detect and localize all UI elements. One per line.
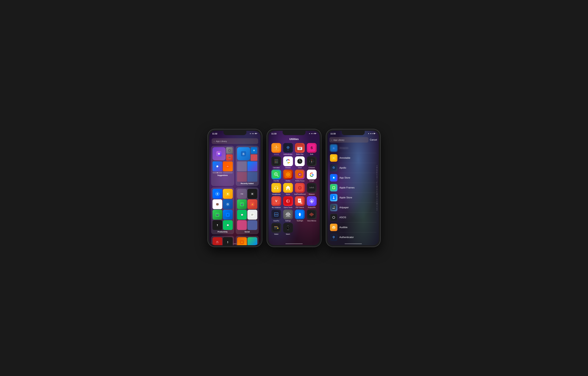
app-facetime2[interactable]: 📹 [237, 199, 247, 209]
alpha-g[interactable]: G [376, 175, 378, 177]
app-reddit-sm[interactable]: 📌 [251, 154, 257, 161]
util-app-clock[interactable]: Clock [294, 156, 305, 169]
util-icon-compass[interactable]: NSWE [307, 156, 317, 166]
util-app-compass[interactable]: NSWE Compass [306, 156, 317, 169]
util-app-1111[interactable]: 14 1.1.1.1 [271, 143, 282, 155]
util-icon-headphones[interactable] [271, 183, 281, 193]
app-wechat2[interactable]: 💬 [237, 210, 247, 220]
alpha-i[interactable]: I [376, 179, 378, 180]
list-item-authenticator[interactable]: G Authenticator [328, 232, 379, 242]
alpha-a[interactable]: A [376, 165, 378, 167]
app-r2[interactable] [237, 161, 247, 171]
util-app-headphones[interactable]: Headphones [271, 183, 282, 195]
util-app-jpr[interactable]: JustPressRecord [294, 183, 305, 195]
alpha-d[interactable]: D [376, 170, 378, 172]
alpha-v[interactable]: V [376, 201, 378, 202]
alpha-b[interactable]: B [376, 167, 378, 168]
app-m2[interactable] [247, 161, 257, 171]
alpha-r[interactable]: R [376, 194, 378, 196]
app-s4[interactable] [247, 220, 257, 230]
alpha-j[interactable]: J [376, 180, 378, 182]
app-r3[interactable] [237, 172, 247, 182]
util-app-watch[interactable]: Watch [283, 223, 294, 235]
util-app-calc[interactable]: Calculator [271, 156, 282, 169]
alpha-q[interactable]: Q [376, 192, 378, 194]
util-app-bulb[interactable]: 6 Bulb [306, 143, 317, 155]
app-s3[interactable] [237, 220, 247, 230]
util-icon-betterday[interactable]: 15 [295, 143, 305, 153]
cancel-button-3[interactable]: Cancel [370, 139, 377, 141]
alpha-f[interactable]: F [376, 174, 378, 175]
util-app-findmy[interactable]: Find My [271, 170, 282, 182]
app-wechat[interactable]: 💬 [223, 220, 233, 230]
alpha-y[interactable]: Y [376, 206, 378, 207]
util-app-betterday[interactable]: 15 Better Day [294, 143, 305, 155]
list-item-appleframes[interactable]: Apple Frames [328, 183, 379, 193]
util-icon-wallet[interactable] [271, 223, 281, 233]
util-app-measure[interactable]: Measure [306, 183, 317, 195]
alpha-x[interactable]: X [376, 204, 378, 206]
alpha-s[interactable]: S [376, 196, 378, 197]
util-icon-bulb[interactable]: 6 [307, 143, 317, 153]
alpha-o[interactable]: O [376, 189, 378, 190]
util-icon-scanpro[interactable]: SCAN [271, 210, 281, 219]
util-icon-measure[interactable] [307, 183, 317, 193]
alpha-m[interactable]: M [376, 186, 378, 187]
util-icon-opera[interactable] [283, 196, 293, 206]
app-notch2[interactable] [247, 189, 257, 199]
alpha-e[interactable]: E [376, 172, 378, 174]
util-icon-clock[interactable] [295, 156, 305, 166]
util-icon-chrome[interactable] [283, 156, 293, 166]
list-item-asos[interactable]: ASOS [328, 213, 379, 222]
util-app-wallet[interactable]: Wallet [271, 223, 282, 235]
util-icon-jpr[interactable] [295, 183, 305, 193]
list-item-annotable[interactable]: ✏ Annotable [328, 153, 379, 163]
app-messenger-sm[interactable] [212, 161, 222, 171]
app-facetime[interactable]: 📹 [212, 210, 222, 220]
alpha-c[interactable]: C [376, 169, 378, 170]
util-app-home[interactable]: Home [283, 183, 294, 195]
alpha-z[interactable]: Z [376, 208, 378, 209]
list-item-appstore[interactable]: App Store [328, 173, 379, 183]
util-icon-firefox[interactable] [283, 170, 293, 179]
util-icon-google[interactable] [307, 170, 317, 179]
app-bear-lg[interactable]: B [237, 147, 250, 160]
util-app-firefoxfocus[interactable]: Firefox Focus [294, 170, 305, 182]
util-app-testflight[interactable]: TestFlight [294, 210, 305, 222]
app-settings-sm[interactable] [226, 147, 233, 154]
list-item-apollo[interactable]: Apollo [328, 163, 379, 173]
util-app-protonvpn[interactable]: ProtonVPN [306, 196, 317, 208]
alpha-p[interactable]: P [376, 191, 378, 192]
app-bear-sm[interactable]: 🐻 [226, 154, 233, 161]
list-item-artpaper[interactable]: AP Artpaper [328, 203, 379, 212]
app-kindle[interactable] [223, 237, 233, 245]
app-ff-util[interactable] [237, 237, 247, 245]
search-bar-3[interactable]: ⌕ App Library [329, 137, 368, 143]
alpha-index[interactable]: A B C D E F G H I J K L M N O P Q R S T [376, 165, 378, 211]
app-shortcuts[interactable] [212, 147, 226, 160]
util-icon-firefoxfocus[interactable] [295, 170, 305, 179]
app-soundcloud-sm[interactable]: SC [223, 161, 233, 171]
util-app-scanpro[interactable]: SCAN ScanPro [271, 210, 282, 222]
app-maps-util[interactable] [247, 237, 257, 245]
util-app-chrome[interactable]: Chrome [283, 156, 294, 169]
app-things[interactable]: ≡ [223, 210, 233, 220]
app-things2[interactable]: ⚡ [247, 199, 257, 209]
util-icon-auth[interactable]: G [283, 143, 293, 153]
util-icon-pdfsearch[interactable] [295, 196, 305, 206]
util-icon-voicememos[interactable] [307, 210, 317, 219]
util-icon-watch[interactable] [283, 223, 293, 233]
app-safari[interactable] [212, 189, 222, 199]
app-bbcnews[interactable]: BBCNEWS [212, 237, 222, 245]
list-item-applestore[interactable]: Apple Store [328, 193, 379, 202]
alpha-n[interactable]: N [376, 187, 378, 189]
util-icon-1111[interactable]: 14 [271, 143, 281, 153]
util-icon-findmy[interactable] [271, 170, 281, 179]
util-icon-home[interactable] [283, 183, 293, 193]
app-bear3[interactable]: 🐻 [212, 199, 222, 209]
list-item-audible[interactable]: Audible [328, 222, 379, 232]
app-r4[interactable] [247, 172, 257, 182]
alpha-w[interactable]: W [376, 202, 378, 204]
util-app-firefox[interactable]: Firefox [283, 170, 294, 182]
app-reeder-sm[interactable]: ★ [212, 172, 222, 174]
